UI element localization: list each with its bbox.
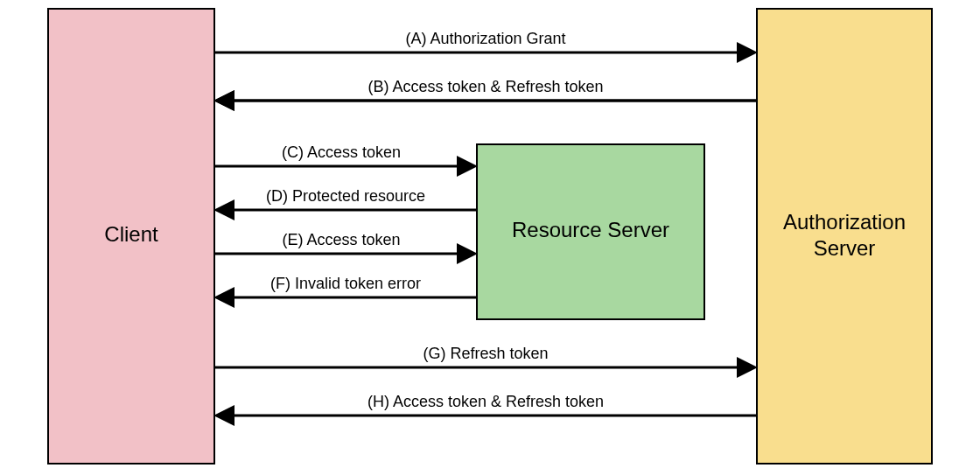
- flow-f-label: (F) Invalid token error: [270, 275, 421, 292]
- client-label: Client: [104, 222, 158, 246]
- flow-d-label: (D) Protected resource: [266, 187, 425, 205]
- auth-server-label-line1: Authorization: [783, 210, 906, 234]
- flow-h-label: (H) Access token & Refresh token: [368, 393, 604, 410]
- flow-c-label: (C) Access token: [282, 143, 401, 161]
- flow-b-label: (B) Access token & Refresh token: [368, 78, 603, 95]
- flow-g-label: (G) Refresh token: [423, 345, 548, 362]
- oauth-flow-diagram: Client Authorization Server Resource Ser…: [0, 0, 980, 475]
- resource-server-label: Resource Server: [512, 218, 669, 241]
- auth-server-label-line2: Server: [814, 236, 876, 260]
- flow-a-label: (A) Authorization Grant: [405, 30, 565, 47]
- flow-e-label: (E) Access token: [282, 231, 400, 248]
